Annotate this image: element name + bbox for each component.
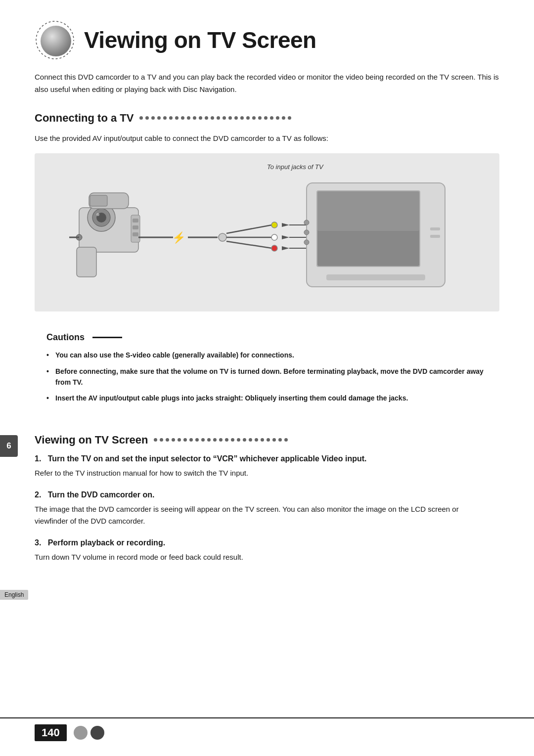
page-footer: 140 [0,717,534,741]
intro-text: Connect this DVD camcorder to a TV and y… [35,71,499,96]
section2-dots [154,438,499,442]
svg-text:⚡: ⚡ [172,231,186,244]
section2-heading-text: Viewing on TV Screen [35,434,148,446]
section2-heading: Viewing on TV Screen [35,434,499,446]
page-container: Viewing on TV Screen Connect this DVD ca… [0,0,534,756]
section1-heading-text: Connecting to a TV [35,112,134,125]
footer-page-number: 140 [35,724,67,741]
section1-dots [139,116,499,120]
cautions-title: Cautions [46,332,85,343]
step-3-body: Turn down TV volume in record mode or fe… [35,551,490,564]
svg-point-5 [96,213,99,216]
svg-rect-38 [430,235,440,238]
footer-circle-2 [90,726,104,740]
cautions-line [92,337,122,338]
svg-marker-23 [282,223,289,227]
svg-line-19 [226,241,272,248]
footer-circles [74,726,104,740]
svg-rect-11 [133,232,138,236]
svg-point-21 [271,234,277,240]
svg-point-22 [271,245,277,251]
caution-item-1: You can also use the S-video cable (gene… [46,350,488,360]
step-3: 3. Perform playback or recording. Turn d… [35,538,499,564]
step-2-heading: 2. Turn the DVD camcorder on. [35,490,499,499]
globe-icon [35,20,75,60]
globe-sphere [41,26,71,56]
step-1-heading: 1. Turn the TV on and set the input sele… [35,454,499,463]
svg-point-34 [304,220,309,225]
svg-rect-32 [317,191,419,231]
english-badge: English [0,590,28,600]
svg-line-17 [226,225,272,233]
step-2-body: The image that the DVD camcorder is seei… [35,503,490,528]
step-1: 1. Turn the TV on and set the input sele… [35,454,499,480]
svg-rect-12 [90,195,107,206]
section1-heading: Connecting to a TV [35,112,499,125]
step-2: 2. Turn the DVD camcorder on. The image … [35,490,499,528]
footer-circle-1 [74,726,88,740]
svg-rect-33 [326,274,425,280]
cautions-heading: Cautions [46,332,488,343]
svg-point-16 [219,233,226,241]
svg-point-20 [271,222,277,228]
page-header: Viewing on TV Screen [35,20,499,60]
cautions-list: You can also use the S-video cable (gene… [46,350,488,404]
page-title: Viewing on TV Screen [84,27,316,53]
section1-body: Use the provided AV input/output cable t… [35,133,499,145]
steps-section: 1. Turn the TV on and set the input sele… [35,454,499,564]
svg-rect-9 [133,219,138,222]
svg-point-35 [304,230,309,235]
caution-item-3: Insert the AV input/output cable plugs i… [46,393,488,403]
svg-rect-7 [77,247,96,277]
svg-rect-10 [133,225,138,229]
step-1-body: Refer to the TV instruction manual for h… [35,467,490,480]
connection-diagram: ⚡ [64,168,470,297]
svg-marker-25 [282,246,289,250]
svg-point-36 [304,240,309,245]
caution-item-2: Before connecting, make sure that the vo… [46,366,488,388]
svg-marker-24 [282,235,289,239]
diagram-box: To input jacks of TV [35,153,499,311]
diagram-label: To input jacks of TV [267,163,323,171]
svg-rect-37 [430,227,440,230]
cautions-box: Cautions You can also use the S-video ca… [35,323,499,418]
page-badge: 6 [0,435,18,457]
step-3-heading: 3. Perform playback or recording. [35,538,499,547]
